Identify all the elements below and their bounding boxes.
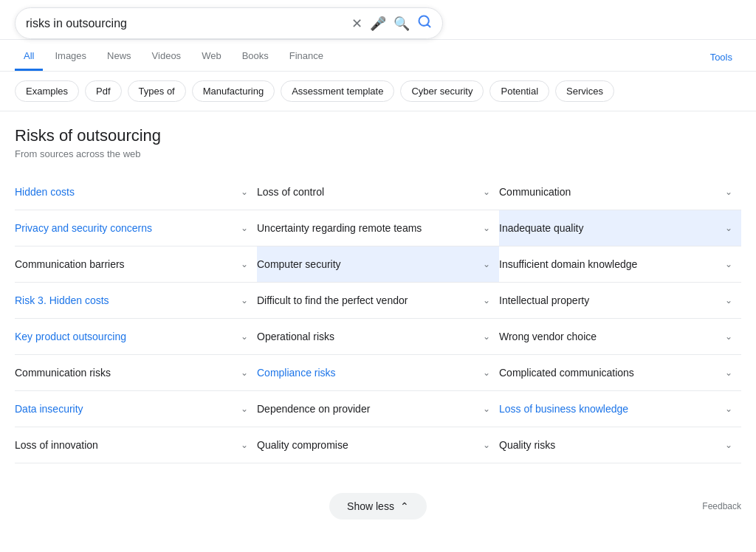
- chip-cyber-security[interactable]: Cyber security: [400, 80, 484, 102]
- tab-images[interactable]: Images: [46, 43, 95, 71]
- list-item[interactable]: Hidden costs ⌄: [15, 174, 257, 210]
- chevron-down-icon: ⌄: [483, 259, 490, 269]
- clear-icon[interactable]: ✕: [351, 15, 362, 32]
- chevron-down-icon: ⌄: [483, 295, 490, 306]
- filter-chips: Examples Pdf Types of Manufacturing Asse…: [0, 72, 756, 111]
- list-item[interactable]: Inadequate quality ⌄: [499, 210, 741, 246]
- list-item[interactable]: Communication ⌄: [499, 174, 741, 210]
- risk-label: Intellectual property: [499, 294, 589, 306]
- risks-column-1: Hidden costs ⌄ Privacy and security conc…: [15, 174, 257, 463]
- list-item[interactable]: Operational risks ⌄: [257, 319, 499, 355]
- list-item[interactable]: Loss of innovation ⌄: [15, 427, 257, 463]
- search-icon[interactable]: [417, 14, 432, 32]
- chevron-down-icon: ⌄: [725, 259, 732, 269]
- risk-label: Quality risks: [499, 439, 555, 451]
- list-item[interactable]: Loss of control ⌄: [257, 174, 499, 210]
- feedback-link[interactable]: Feedback: [702, 501, 741, 511]
- list-item[interactable]: Communication risks ⌄: [15, 355, 257, 391]
- page-title: Risks of outsourcing: [15, 126, 741, 145]
- list-item[interactable]: Compliance risks ⌄: [257, 355, 499, 391]
- chip-services[interactable]: Services: [555, 80, 614, 102]
- chevron-down-icon: ⌄: [483, 331, 490, 342]
- chevron-down-icon: ⌄: [241, 187, 248, 197]
- chevron-down-icon: ⌄: [725, 440, 732, 450]
- tab-videos[interactable]: Videos: [143, 43, 190, 71]
- risk-label: Privacy and security concerns: [15, 222, 152, 234]
- mic-icon[interactable]: 🎤: [370, 15, 386, 32]
- risk-label: Computer security: [257, 258, 341, 270]
- risk-label: Insufficient domain knowledge: [499, 258, 637, 270]
- list-item[interactable]: Quality risks ⌄: [499, 427, 741, 463]
- chip-types-of[interactable]: Types of: [128, 80, 186, 102]
- list-item[interactable]: Dependence on provider ⌄: [257, 391, 499, 427]
- list-item[interactable]: Intellectual property ⌄: [499, 283, 741, 319]
- risk-label: Wrong vendor choice: [499, 331, 597, 342]
- risk-label: Loss of control: [257, 186, 324, 198]
- chevron-down-icon: ⌄: [241, 223, 248, 233]
- risk-label: Communication: [499, 186, 571, 198]
- chevron-down-icon: ⌄: [483, 404, 490, 414]
- tools-button[interactable]: Tools: [701, 44, 741, 70]
- tab-all[interactable]: All: [15, 43, 43, 71]
- risk-label: Loss of innovation: [15, 439, 98, 451]
- chevron-down-icon: ⌄: [725, 331, 732, 342]
- risk-label: Difficult to find the perfect vendor: [257, 294, 408, 306]
- risk-label: Complicated communications: [499, 367, 634, 379]
- risk-label: Communication barriers: [15, 258, 125, 270]
- list-item[interactable]: Difficult to find the perfect vendor ⌄: [257, 283, 499, 319]
- risk-label: Risk 3. Hidden costs: [15, 294, 109, 306]
- tab-news[interactable]: News: [98, 43, 140, 71]
- main-content: Risks of outsourcing From sources across…: [0, 111, 756, 478]
- search-input[interactable]: [26, 17, 344, 30]
- list-item[interactable]: Communication barriers ⌄: [15, 246, 257, 283]
- risk-label: Dependence on provider: [257, 403, 370, 415]
- list-item[interactable]: Quality compromise ⌄: [257, 427, 499, 463]
- risk-label: Inadequate quality: [499, 222, 583, 234]
- chip-manufacturing[interactable]: Manufacturing: [192, 80, 275, 102]
- list-item[interactable]: Risk 3. Hidden costs ⌄: [15, 283, 257, 319]
- list-item[interactable]: Privacy and security concerns ⌄: [15, 210, 257, 246]
- chevron-down-icon: ⌄: [725, 295, 732, 306]
- chevron-down-icon: ⌄: [725, 404, 732, 414]
- chip-potential[interactable]: Potential: [489, 80, 549, 102]
- chevron-down-icon: ⌄: [725, 187, 732, 197]
- list-item[interactable]: Uncertainty regarding remote teams ⌄: [257, 210, 499, 246]
- chevron-up-icon: ⌃: [400, 500, 409, 512]
- show-less-area: Show less ⌃ Feedback: [0, 478, 756, 534]
- risk-label: Loss of business knowledge: [499, 403, 628, 415]
- nav-tabs: All Images News Videos Web Books Finance…: [0, 43, 756, 72]
- chevron-down-icon: ⌄: [483, 223, 490, 233]
- chevron-down-icon: ⌄: [725, 368, 732, 378]
- risk-label: Compliance risks: [257, 367, 336, 379]
- chevron-down-icon: ⌄: [725, 223, 732, 233]
- list-item[interactable]: Insufficient domain knowledge ⌄: [499, 246, 741, 283]
- search-box: ✕ 🎤 🔍: [15, 7, 443, 39]
- list-item[interactable]: Key product outsourcing ⌄: [15, 319, 257, 355]
- list-item[interactable]: Complicated communications ⌄: [499, 355, 741, 391]
- chevron-down-icon: ⌄: [483, 187, 490, 197]
- list-item[interactable]: Wrong vendor choice ⌄: [499, 319, 741, 355]
- risk-label: Key product outsourcing: [15, 331, 126, 342]
- show-less-button[interactable]: Show less ⌃: [329, 493, 427, 520]
- lens-icon[interactable]: 🔍: [394, 15, 410, 32]
- list-item[interactable]: Loss of business knowledge ⌄: [499, 391, 741, 427]
- chevron-down-icon: ⌄: [241, 368, 248, 378]
- chevron-down-icon: ⌄: [241, 440, 248, 450]
- chip-examples[interactable]: Examples: [15, 80, 79, 102]
- search-bar-area: ✕ 🎤 🔍: [0, 0, 756, 40]
- list-item[interactable]: Data insecurity ⌄: [15, 391, 257, 427]
- risks-column-2: Loss of control ⌄ Uncertainty regarding …: [257, 174, 499, 463]
- risk-label: Quality compromise: [257, 439, 348, 451]
- chevron-down-icon: ⌄: [241, 259, 248, 269]
- tab-finance[interactable]: Finance: [281, 43, 332, 71]
- list-item[interactable]: Computer security ⌄: [257, 246, 499, 283]
- search-icons: ✕ 🎤 🔍: [351, 14, 432, 32]
- tab-books[interactable]: Books: [233, 43, 278, 71]
- tab-web[interactable]: Web: [193, 43, 230, 71]
- risk-label: Communication risks: [15, 367, 111, 379]
- chevron-down-icon: ⌄: [483, 368, 490, 378]
- chip-pdf[interactable]: Pdf: [85, 80, 122, 102]
- risk-label: Data insecurity: [15, 403, 83, 415]
- chip-assessment-template[interactable]: Assessment template: [281, 80, 394, 102]
- show-less-label: Show less: [347, 500, 394, 512]
